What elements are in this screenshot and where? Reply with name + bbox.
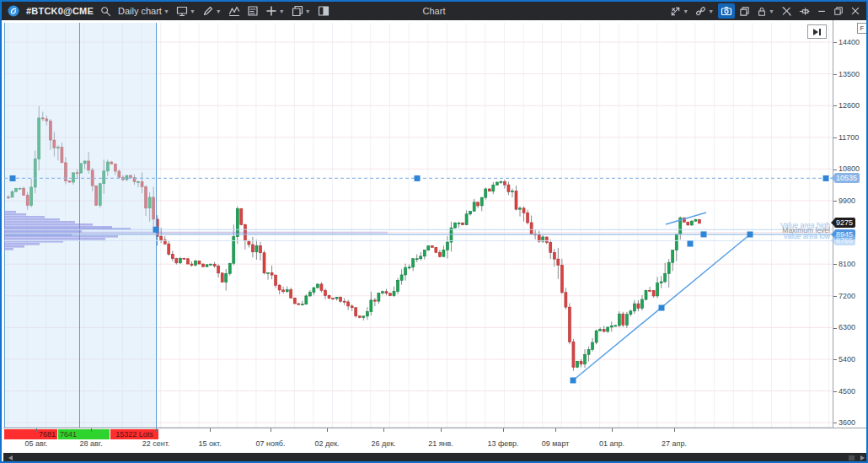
trendline-handle[interactable] (688, 241, 694, 247)
indicator-icon (228, 5, 240, 17)
price-tick-label: 11700 (833, 133, 859, 142)
pin-icon (799, 6, 810, 17)
monitor-icon (176, 5, 188, 17)
scroll-left-arrow-icon[interactable] (8, 455, 13, 460)
date-tick (503, 428, 504, 432)
price-tick-label: 3600 (833, 418, 855, 427)
close-button[interactable] (848, 4, 863, 18)
search-icon (100, 6, 111, 17)
minimize-button[interactable] (814, 4, 829, 18)
search-icon[interactable] (98, 4, 114, 19)
chart-window: #BTCK0@CMEDaily chart▼▼▼▼▼ Chart ▼▼▼ Val… (0, 0, 868, 463)
close-icon (850, 6, 860, 16)
pin-button[interactable] (796, 4, 812, 19)
cluster-stats-bar: 7681764115322 Lots (4, 429, 159, 439)
copy-button[interactable] (737, 4, 753, 19)
timeframe-label: Daily chart (118, 6, 162, 16)
chevron-down-icon: ▼ (708, 8, 714, 14)
horizontal-scrollbar[interactable] (3, 453, 868, 463)
tools-button[interactable] (779, 4, 795, 19)
maximum-level-handle[interactable] (701, 231, 707, 237)
chevron-down-icon: ▼ (163, 8, 169, 14)
layout-icon (292, 5, 303, 17)
camera-icon (721, 5, 732, 17)
chevron-down-icon: ▼ (190, 8, 196, 14)
price-tick-label: 7200 (833, 292, 855, 300)
timeframe-selector[interactable]: Daily chart▼ (115, 4, 172, 18)
restore-icon (833, 6, 844, 16)
layout-icon[interactable]: ▼ (289, 3, 313, 19)
pencil-icon[interactable]: ▼ (200, 3, 224, 19)
trendline-handle[interactable] (571, 378, 576, 384)
link-button[interactable]: ▼ (693, 4, 716, 19)
date-label: 27 апр. (651, 439, 698, 448)
date-tick (91, 428, 92, 432)
lock-button[interactable]: ▼ (754, 4, 777, 19)
toolbar-left: #BTCK0@CMEDaily chart▼▼▼▼▼ (2, 2, 332, 20)
volume-profile-bar (4, 230, 82, 233)
date-label: 15 окт. (186, 439, 233, 448)
date-label: 22 сент. (132, 439, 179, 448)
price-tick-label: 5400 (833, 355, 855, 363)
cursor-cross-icon (670, 6, 681, 17)
price-tick-label: 13500 (833, 70, 860, 78)
volume-profile-bar (4, 213, 26, 216)
indicator-icon[interactable] (226, 3, 243, 19)
play-icon (813, 29, 818, 35)
chart-plot[interactable]: Value area highMaximum levelValue area l… (3, 20, 833, 428)
go-to-latest-button[interactable] (807, 24, 827, 39)
chevron-down-icon: ▼ (216, 8, 222, 14)
clusters-icon[interactable] (244, 3, 261, 19)
volume-profile-bar (4, 221, 75, 223)
date-tick (156, 428, 157, 432)
chevron-down-icon: ▼ (683, 8, 689, 14)
date-label: 13 февр. (480, 439, 527, 448)
stats-segment: 7641 (58, 429, 110, 439)
volume-profile-bar (4, 245, 24, 248)
price-tick-label: 9900 (833, 197, 855, 205)
scroll-right-arrow-icon[interactable] (860, 455, 865, 460)
date-tick (327, 428, 328, 432)
restore-button[interactable] (831, 4, 846, 18)
time-axis[interactable]: 7681764115322 Lots 05 авг.28 авг.22 сент… (3, 428, 868, 454)
trendline-handle[interactable] (747, 232, 753, 238)
value-area-handle[interactable] (153, 227, 159, 233)
price-tick-label: 6300 (833, 323, 855, 331)
cursor-cross-icon[interactable]: ▼ (667, 4, 691, 19)
date-tick (36, 428, 37, 432)
toolbar-right: ▼▼▼ (667, 2, 866, 20)
panel-icon[interactable] (315, 3, 332, 19)
copy-icon (739, 6, 750, 17)
trendline-handle[interactable] (659, 305, 665, 311)
stats-segment: 7681 (4, 429, 58, 439)
scrollbar-thumb[interactable] (849, 455, 855, 460)
lock-icon (757, 6, 767, 17)
price-tick-label: 4500 (833, 387, 855, 396)
monitor-icon[interactable]: ▼ (174, 3, 198, 19)
logo-icon (5, 3, 22, 19)
logo-icon (8, 5, 19, 17)
date-tick (210, 428, 211, 432)
hline-handle[interactable] (10, 175, 16, 181)
plus-icon[interactable]: ▼ (263, 3, 287, 19)
tools-icon (781, 6, 792, 17)
instrument-symbol[interactable]: #BTCK0@CME (24, 4, 96, 18)
panel-icon (318, 5, 330, 17)
volume-profile-bar (4, 248, 13, 250)
hline-handle[interactable] (823, 175, 829, 181)
date-label: 09 март (532, 439, 579, 448)
date-tick (674, 428, 675, 432)
camera-button[interactable] (718, 3, 735, 19)
date-label: 07 нояб. (247, 439, 294, 448)
price-tag-9275: 9275 (834, 218, 855, 228)
date-label: 26 дек. (360, 439, 407, 448)
volume-profile-bar (4, 211, 16, 213)
volume-profile-bar (4, 216, 45, 218)
price-tag-8765: 8765 (834, 235, 855, 245)
volume-profile-bar (4, 243, 40, 245)
date-tick (612, 428, 613, 432)
clusters-icon (247, 5, 259, 17)
price-axis[interactable]: F 14400135001260011700108009900900081007… (833, 20, 868, 428)
price-tick-label: 12600 (833, 101, 860, 110)
hline-handle[interactable] (415, 175, 421, 181)
